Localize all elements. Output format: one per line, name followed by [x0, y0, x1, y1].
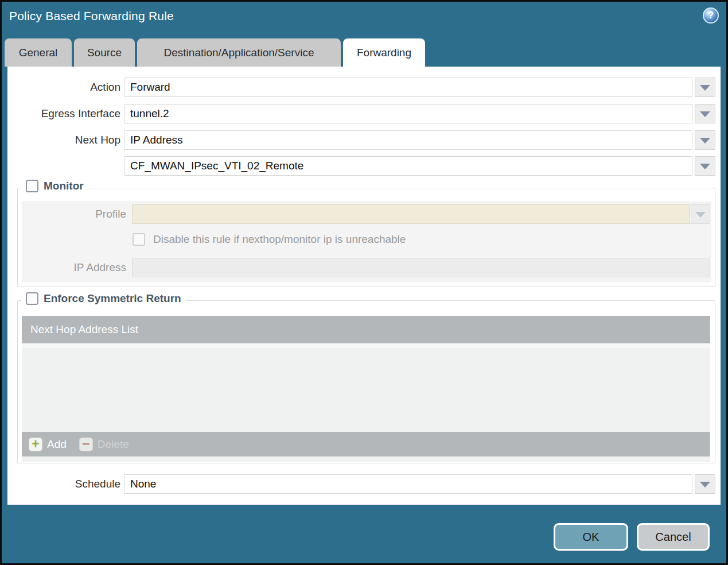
- action-select[interactable]: Forward: [124, 78, 692, 97]
- delete-button-label: Delete: [98, 438, 129, 451]
- next-hop-label: Next Hop: [7, 130, 120, 150]
- action-label: Action: [7, 78, 120, 97]
- monitor-ip-address-label: IP Address: [22, 258, 126, 277]
- help-icon[interactable]: ?: [703, 7, 719, 24]
- next-hop-address-list-toolbar: + Add − Delete: [22, 432, 710, 456]
- egress-interface-select[interactable]: tunnel.2: [124, 104, 692, 123]
- table-scroll-strip: [22, 456, 710, 462]
- schedule-dropdown-icon[interactable]: [695, 474, 715, 494]
- tab-source[interactable]: Source: [74, 38, 135, 67]
- delete-icon: −: [79, 438, 93, 451]
- profile-label: Profile: [22, 204, 126, 224]
- egress-interface-label: Egress Interface: [7, 104, 120, 123]
- tab-destination-application-service[interactable]: Destination/Application/Service: [137, 38, 341, 67]
- monitor-ip-address-input: [132, 258, 710, 277]
- next-hop-address-list-header: Next Hop Address List: [22, 316, 710, 343]
- ok-button[interactable]: OK: [554, 523, 628, 551]
- next-hop-dropdown-icon[interactable]: [695, 130, 715, 150]
- enforce-symmetric-return-legend-label: Enforce Symmetric Return: [44, 292, 181, 305]
- enforce-symmetric-return-checkbox[interactable]: [26, 292, 38, 305]
- forwarding-tab-panel: Action Forward Egress Interface tunnel.2…: [7, 67, 721, 505]
- monitor-disabled-panel: Profile Disable this rule if nexthop/mon…: [22, 201, 711, 282]
- tab-forwarding[interactable]: Forwarding: [343, 38, 425, 67]
- add-button[interactable]: + Add: [29, 438, 67, 451]
- next-hop-address-list-body[interactable]: [22, 343, 710, 432]
- cancel-button[interactable]: Cancel: [637, 523, 710, 551]
- enforce-symmetric-return-section: Enforce Symmetric Return Next Hop Addres…: [17, 300, 715, 463]
- next-hop-address-list-table: Next Hop Address List + Add − Delete: [22, 316, 710, 462]
- profile-select: [132, 204, 690, 224]
- next-hop-select[interactable]: IP Address: [124, 130, 692, 150]
- tab-bar: General Source Destination/Application/S…: [5, 38, 425, 67]
- monitor-checkbox[interactable]: [26, 180, 38, 192]
- disable-rule-checkbox: [133, 233, 145, 246]
- add-icon: +: [29, 438, 42, 451]
- tab-general[interactable]: General: [5, 38, 72, 67]
- action-dropdown-icon[interactable]: [695, 78, 715, 97]
- next-hop-address-dropdown-icon[interactable]: [695, 156, 715, 176]
- profile-dropdown-icon: [691, 204, 710, 224]
- monitor-legend: Monitor: [21, 180, 88, 192]
- schedule-select[interactable]: None: [124, 474, 692, 494]
- delete-button: − Delete: [79, 438, 129, 451]
- monitor-section: Monitor Profile Disable this rule if nex…: [17, 188, 715, 287]
- enforce-symmetric-return-legend: Enforce Symmetric Return: [21, 292, 186, 305]
- dialog-title: Policy Based Forwarding Rule: [9, 9, 174, 23]
- add-button-label: Add: [47, 438, 67, 451]
- dialog-policy-based-forwarding-rule: Policy Based Forwarding Rule ? General S…: [0, 0, 728, 565]
- next-hop-address-select[interactable]: CF_MWAN_IPsec_VTI_02_Remote: [124, 156, 692, 176]
- schedule-label: Schedule: [7, 474, 120, 494]
- disable-rule-label: Disable this rule if nexthop/monitor ip …: [153, 231, 406, 248]
- egress-interface-dropdown-icon[interactable]: [695, 104, 715, 123]
- monitor-legend-label: Monitor: [44, 180, 84, 192]
